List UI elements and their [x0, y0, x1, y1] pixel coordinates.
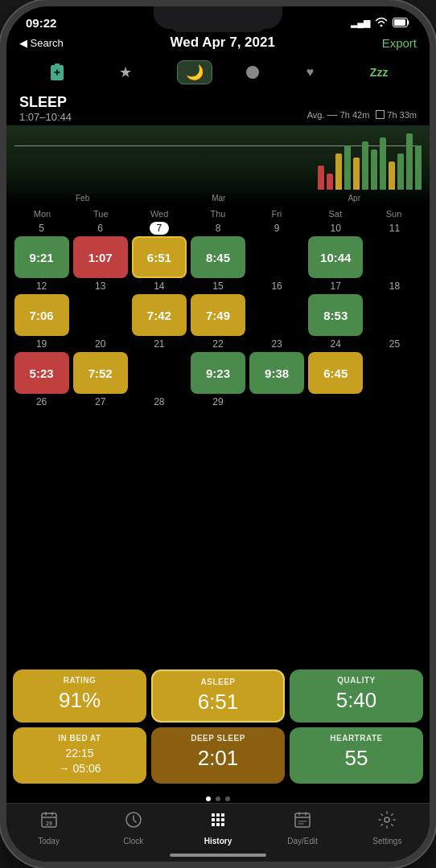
stats-row-row1: RATING91%ASLEEP6:51QUALITY5:40: [13, 669, 423, 723]
stat-card-rating[interactable]: RATING91%: [13, 669, 146, 723]
cal-sleep-block[interactable]: 9:38: [249, 352, 304, 394]
cal-date: 24: [326, 338, 345, 350]
calendar-cell: [366, 395, 423, 452]
stat-card-in-bed-at[interactable]: IN BED AT22:15→ 05:06: [13, 727, 146, 784]
page-dot-1: [206, 796, 211, 801]
stats-section: RATING91%ASLEEP6:51QUALITY5:40IN BED AT2…: [6, 665, 430, 793]
calendar-cell: 9: [249, 222, 306, 278]
export-button[interactable]: Export: [382, 36, 417, 50]
tab-today[interactable]: 29Today: [25, 810, 73, 845]
cal-sleep-block[interactable]: 6:51: [132, 236, 187, 278]
stat-card-quality[interactable]: QUALITY5:40: [290, 669, 423, 723]
cal-date: 13: [91, 280, 110, 293]
history-tab-icon: [208, 810, 228, 834]
stat-card-heartrate[interactable]: HEARTRATE55: [290, 727, 423, 784]
cal-sleep-block[interactable]: 9:23: [191, 352, 245, 394]
cal-sleep-block[interactable]: 7:42: [132, 294, 187, 336]
day-header: Mon: [13, 209, 72, 219]
filter-zzz[interactable]: Zzz: [361, 60, 397, 84]
cal-sleep-block[interactable]: 8:53: [308, 294, 363, 336]
clock-tab-icon: [124, 810, 143, 834]
cal-sleep-block[interactable]: 5:23: [14, 352, 69, 394]
filter-tabs: ★ 🌙 ♥ Zzz: [6, 57, 430, 91]
header: ◀ Search Wed Apr 7, 2021 Export: [6, 33, 430, 57]
day/edit-tab-label: Day/Edit: [287, 837, 318, 845]
cal-sleep-block[interactable]: 7:49: [191, 294, 245, 336]
calendar-cell[interactable]: 59:21: [13, 222, 70, 278]
calendar-cell[interactable]: 88:45: [189, 222, 246, 278]
cal-sleep-block[interactable]: 7:52: [73, 352, 128, 394]
status-icons: ▂▄▆: [351, 17, 410, 29]
cal-empty-block: [14, 410, 69, 452]
tab-clock[interactable]: Clock: [109, 810, 158, 845]
calendar-cell[interactable]: 246:45: [307, 338, 364, 394]
svg-rect-11: [216, 818, 220, 821]
calendar-cell[interactable]: 127:06: [13, 280, 70, 336]
chart-bar: [335, 154, 342, 190]
today-tab-label: Today: [38, 837, 60, 845]
calendar-cell: 21: [130, 338, 187, 394]
cal-date: [267, 395, 286, 408]
stat-card-asleep[interactable]: ASLEEP6:51: [151, 669, 285, 723]
calendar-cell: 28: [130, 395, 187, 452]
svg-point-17: [385, 817, 389, 822]
cal-date: 14: [150, 280, 169, 293]
filter-star[interactable]: ★: [108, 60, 143, 84]
calendar-cell[interactable]: 178:53: [307, 280, 364, 336]
cal-empty-block: [132, 352, 187, 394]
calendar-cell[interactable]: 239:38: [249, 338, 306, 394]
calendar-cell[interactable]: 207:52: [72, 338, 129, 394]
cal-sleep-block[interactable]: 9:21: [14, 236, 69, 278]
calendar-cell: [249, 395, 306, 452]
calendar-cell[interactable]: 61:07: [72, 222, 129, 278]
calendar-cell[interactable]: 195:23: [13, 338, 70, 394]
cal-date: 5: [32, 222, 51, 235]
calendar-cell[interactable]: 147:42: [130, 280, 187, 336]
back-button[interactable]: ◀ Search: [19, 37, 64, 49]
cal-empty-block: [73, 294, 128, 336]
cal-sleep-block[interactable]: 1:07: [73, 236, 128, 278]
calendar-cell: 29: [189, 395, 246, 452]
chart-bar: [415, 145, 422, 190]
home-indicator: [170, 854, 266, 857]
tab-history[interactable]: History: [194, 810, 242, 845]
stats-row-row2: IN BED AT22:15→ 05:06DEEP SLEEP2:01HEART…: [13, 727, 423, 784]
filter-heart[interactable]: ♥: [292, 60, 327, 84]
day-header: Fri: [247, 209, 306, 219]
cal-sleep-block[interactable]: 8:45: [191, 236, 245, 278]
wifi-icon: [375, 17, 388, 29]
filter-moon[interactable]: 🌙: [177, 60, 212, 84]
tab-day-edit[interactable]: Day/Edit: [278, 810, 327, 845]
tab-settings[interactable]: Settings: [363, 810, 411, 845]
calendar-cell[interactable]: 1010:44: [307, 222, 364, 278]
cal-date: 25: [385, 338, 404, 350]
filter-circle[interactable]: [246, 66, 259, 79]
cal-date: 6: [91, 222, 110, 235]
cal-date: 10: [326, 222, 345, 235]
page-dots: [6, 793, 430, 803]
cal-sleep-block[interactable]: 6:45: [308, 352, 363, 394]
stat-card-deep-sleep[interactable]: DEEP SLEEP2:01: [151, 727, 285, 784]
filter-battery[interactable]: [39, 60, 75, 84]
stat-value: 2:01: [198, 746, 239, 771]
stat-value: 55: [345, 746, 368, 771]
stat-label: QUALITY: [337, 676, 375, 685]
stat-label: ASLEEP: [200, 678, 235, 686]
chart-bar: [344, 145, 351, 190]
calendar-cell: 27: [72, 395, 129, 452]
chart-bars: [318, 133, 422, 190]
day/edit-tab-icon: [293, 810, 312, 834]
chart-bar: [406, 133, 413, 190]
calendar-cell[interactable]: 76:51: [130, 222, 187, 278]
calendar-cell[interactable]: 157:49: [189, 280, 246, 336]
calendar-cell: 11: [366, 222, 423, 278]
chart-bar: [371, 149, 377, 190]
calendar-cell[interactable]: 229:23: [189, 338, 246, 394]
cal-sleep-block[interactable]: 7:06: [14, 294, 69, 336]
cal-date: 29: [208, 395, 228, 408]
avg-checkbox-label: 7h 33m: [387, 110, 417, 120]
chart-bar: [318, 166, 324, 190]
calendar-cell: 26: [13, 395, 70, 452]
cal-date: 18: [385, 280, 404, 293]
cal-sleep-block[interactable]: 10:44: [308, 236, 363, 278]
